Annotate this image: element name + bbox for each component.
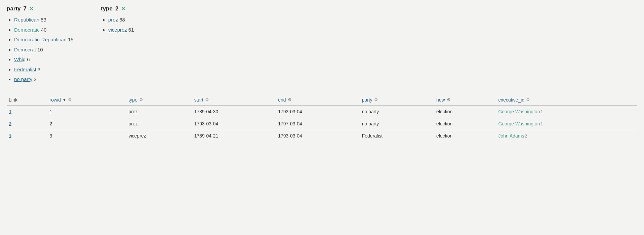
executive-id-number: 1 (540, 122, 543, 126)
th-how: how⚙ (434, 94, 496, 106)
facet-item-count: 6 (27, 56, 30, 62)
table-header: Linkrowid▼⚙type⚙start⚙end⚙party⚙how⚙exec… (7, 94, 637, 106)
facet-link-democratic[interactable]: Democratic (14, 27, 40, 33)
th-end: end⚙ (276, 94, 360, 106)
facet-list-type: prez68viceprez61 (101, 15, 175, 34)
facet-link-federalist[interactable]: Federalist (14, 67, 36, 72)
row-link-2[interactable]: 2 (7, 118, 48, 130)
executive-name-link[interactable]: George Washington (498, 109, 540, 114)
facet-item-count: 68 (119, 17, 125, 23)
table-row: 11prez1789-04-301793-03-04no partyelecti… (7, 106, 637, 118)
list-item: Republican53 (14, 15, 81, 24)
cell-start: 1789-04-21 (192, 130, 276, 142)
list-item: Federalist3 (14, 65, 81, 74)
facet-link-viceprez[interactable]: viceprez (108, 27, 127, 33)
col-name-rowid[interactable]: rowid (50, 97, 61, 103)
col-name-party[interactable]: party (362, 97, 372, 103)
gear-icon-end[interactable]: ⚙ (288, 97, 292, 102)
table-body: 11prez1789-04-301793-03-04no partyelecti… (7, 106, 637, 142)
facet-list-party: Republican53Democratic40Democratic-Repub… (7, 15, 81, 84)
list-item: Democrat10 (14, 45, 81, 54)
col-name-end[interactable]: end (278, 97, 286, 103)
cell-how: election (434, 130, 496, 142)
facet-count-party: 7 (24, 5, 27, 12)
list-item: Democratic-Republican15 (14, 35, 81, 44)
gear-icon-how[interactable]: ⚙ (447, 97, 451, 102)
facet-count-type: 2 (115, 5, 118, 12)
th-type: type⚙ (126, 94, 192, 106)
facet-title-party: party (7, 5, 21, 12)
table-row: 22prez1793-03-041797-03-04no partyelecti… (7, 118, 637, 130)
gear-icon-party[interactable]: ⚙ (374, 97, 378, 102)
facet-section-type: type2✕prez68viceprez61 (101, 5, 175, 85)
facet-item-count: 53 (41, 17, 46, 23)
cell-executive-id: John Adams2 (496, 130, 637, 142)
facet-close-party[interactable]: ✕ (29, 6, 34, 12)
gear-icon-type[interactable]: ⚙ (139, 97, 143, 102)
list-item: Democratic40 (14, 26, 81, 34)
facet-header-type: type2✕ (101, 5, 175, 12)
th-executive_id: executive_id⚙ (496, 94, 637, 106)
row-link-anchor-1[interactable]: 1 (9, 109, 11, 115)
table-header-row: Linkrowid▼⚙type⚙start⚙end⚙party⚙how⚙exec… (7, 94, 637, 106)
th-rowid: rowid▼⚙ (48, 94, 127, 106)
gear-icon-executive_id[interactable]: ⚙ (526, 97, 530, 102)
facet-item-count: 61 (128, 27, 134, 33)
facet-link-republican[interactable]: Republican (14, 17, 39, 23)
facet-section-party: party7✕Republican53Democratic40Democrati… (7, 5, 81, 85)
facet-link-prez[interactable]: prez (108, 17, 118, 23)
gear-icon-start[interactable]: ⚙ (205, 97, 209, 102)
facet-link-no-party[interactable]: no party (14, 76, 32, 82)
cell-end: 1793-03-04 (276, 130, 360, 142)
th-link: Link (7, 94, 48, 106)
col-label-link: Link (9, 97, 17, 103)
facet-link-democrat[interactable]: Democrat (14, 47, 36, 52)
executive-name-link[interactable]: John Adams (498, 133, 524, 139)
col-name-executive_id[interactable]: executive_id (498, 97, 524, 103)
executive-id-number: 1 (540, 110, 543, 114)
cell-type: prez (126, 118, 192, 130)
gear-icon-rowid[interactable]: ⚙ (68, 97, 72, 102)
cell-end: 1797-03-04 (276, 118, 360, 130)
cell-type: prez (126, 106, 192, 118)
row-link-3[interactable]: 3 (7, 130, 48, 142)
facet-item-count: 40 (41, 27, 47, 33)
facet-close-type[interactable]: ✕ (121, 6, 125, 12)
row-link-anchor-3[interactable]: 3 (9, 133, 11, 139)
th-start: start⚙ (192, 94, 276, 106)
cell-end: 1793-03-04 (276, 106, 360, 118)
table-row: 33viceprez1789-04-211793-03-04Federalist… (7, 130, 637, 142)
row-link-anchor-2[interactable]: 2 (9, 121, 11, 127)
cell-how: election (434, 106, 496, 118)
cell-rowid: 1 (48, 106, 127, 118)
facet-item-count: 15 (68, 37, 74, 42)
cell-how: election (434, 118, 496, 130)
th-party: party⚙ (360, 94, 434, 106)
data-table: Linkrowid▼⚙type⚙start⚙end⚙party⚙how⚙exec… (7, 94, 637, 142)
facet-link-whig[interactable]: Whig (14, 56, 26, 62)
cell-executive-id: George Washington1 (496, 118, 637, 130)
facet-header-party: party7✕ (7, 5, 81, 12)
cell-type: viceprez (126, 130, 192, 142)
col-name-start[interactable]: start (194, 97, 203, 103)
row-link-1[interactable]: 1 (7, 106, 48, 118)
cell-start: 1793-03-04 (192, 118, 276, 130)
cell-executive-id: George Washington1 (496, 106, 637, 118)
facet-title-type: type (101, 5, 113, 12)
col-name-how[interactable]: how (436, 97, 445, 103)
col-name-type[interactable]: type (128, 97, 137, 103)
list-item: prez68 (108, 15, 175, 24)
facet-link-democratic-republican[interactable]: Democratic-Republican (14, 37, 67, 42)
cell-party: no party (360, 118, 434, 130)
executive-id-number: 2 (525, 134, 527, 139)
cell-party: no party (360, 106, 434, 118)
facets-container: party7✕Republican53Democratic40Democrati… (7, 5, 637, 85)
sort-desc-icon[interactable]: ▼ (63, 98, 66, 102)
cell-rowid: 3 (48, 130, 127, 142)
cell-party: Federalist (360, 130, 434, 142)
cell-start: 1789-04-30 (192, 106, 276, 118)
executive-name-link[interactable]: George Washington (498, 121, 540, 126)
facet-item-count: 3 (38, 67, 40, 72)
facet-item-count: 2 (34, 76, 36, 82)
list-item: no party2 (14, 75, 81, 84)
